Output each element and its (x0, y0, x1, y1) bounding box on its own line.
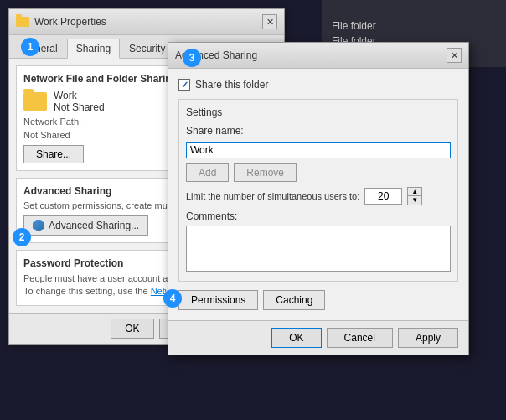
sharing-info: Work Not Shared (54, 90, 105, 113)
work-properties-close[interactable]: ✕ (262, 14, 277, 29)
advanced-sharing-button[interactable]: Advanced Sharing... (23, 215, 148, 236)
remove-button[interactable]: Remove (234, 163, 297, 182)
annotation-2: 2 (13, 228, 31, 246)
limit-spinner: ▲ ▼ (407, 187, 422, 205)
ok-button[interactable]: OK (111, 319, 153, 339)
explorer-item-1: File folder (332, 20, 506, 32)
caching-button[interactable]: Caching (263, 290, 325, 310)
folder-name: Work (54, 90, 105, 101)
folder-icon (16, 17, 29, 27)
adv-dialog-body: ✓ Share this folder Settings Share name:… (168, 69, 468, 320)
advanced-sharing-dialog: Advanced Sharing ✕ ✓ Share this folder S… (168, 42, 469, 355)
add-remove-row: Add Remove (186, 163, 451, 182)
settings-group: Settings Share name: Add Remove Limit th… (178, 99, 458, 282)
limit-label: Limit the number of simultaneous users t… (186, 191, 359, 201)
spinner-up-button[interactable]: ▲ (408, 188, 421, 196)
permissions-button[interactable]: Permissions (178, 290, 258, 310)
settings-legend: Settings (186, 106, 451, 118)
annotation-4: 4 (163, 289, 182, 308)
share-name-input[interactable] (186, 142, 451, 158)
titlebar-left: Work Properties (16, 16, 106, 28)
limit-input[interactable] (364, 188, 402, 205)
shield-icon (33, 220, 44, 231)
share-checkbox[interactable]: ✓ (178, 79, 190, 91)
password-desc2-text: To change this setting, use the (23, 286, 151, 296)
tab-sharing[interactable]: Sharing (67, 39, 120, 59)
add-button[interactable]: Add (186, 163, 229, 182)
share-name-label: Share name: (186, 125, 245, 137)
share-name-row: Share name: (186, 125, 451, 137)
tab-security[interactable]: Security (120, 39, 174, 59)
checkbox-check-mark: ✓ (181, 80, 188, 91)
work-properties-titlebar: Work Properties ✕ (9, 9, 284, 35)
adv-cancel-button[interactable]: Cancel (327, 328, 393, 348)
annotation-1: 1 (21, 38, 39, 56)
comments-label: Comments: (186, 210, 451, 222)
adv-apply-button[interactable]: Apply (398, 328, 458, 348)
share-checkbox-row: ✓ Share this folder (178, 79, 458, 91)
adv-dialog-close[interactable]: ✕ (447, 48, 462, 63)
share-button[interactable]: Share... (23, 145, 84, 163)
share-checkbox-label: Share this folder (195, 79, 268, 91)
comments-textarea[interactable] (186, 226, 451, 272)
spinner-down-button[interactable]: ▼ (408, 196, 421, 205)
work-properties-title: Work Properties (34, 16, 106, 28)
annotation-3: 3 (183, 49, 201, 67)
permissions-caching-row: Permissions Caching (178, 290, 458, 310)
adv-dialog-titlebar: Advanced Sharing ✕ (168, 43, 468, 69)
adv-ok-button[interactable]: OK (271, 328, 321, 348)
advanced-sharing-btn-label: Advanced Sharing... (49, 220, 139, 231)
adv-dialog-footer: OK Cancel Apply (168, 320, 468, 355)
sharing-status: Not Shared (54, 101, 105, 113)
share-name-input-row (186, 142, 451, 158)
folder-icon-med (23, 92, 47, 111)
limit-row: Limit the number of simultaneous users t… (186, 187, 451, 205)
